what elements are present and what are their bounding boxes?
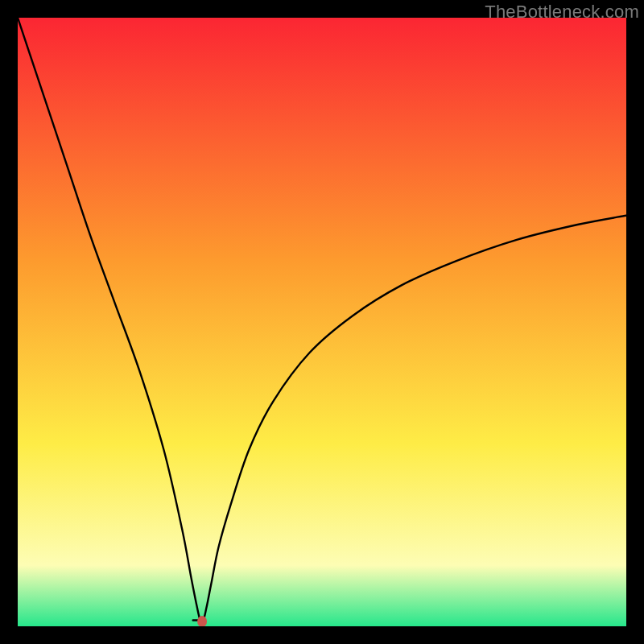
chart-svg <box>18 18 626 626</box>
plot-area <box>18 18 626 626</box>
gradient-background <box>18 18 626 626</box>
chart-container: TheBottleneck.com <box>0 0 644 644</box>
